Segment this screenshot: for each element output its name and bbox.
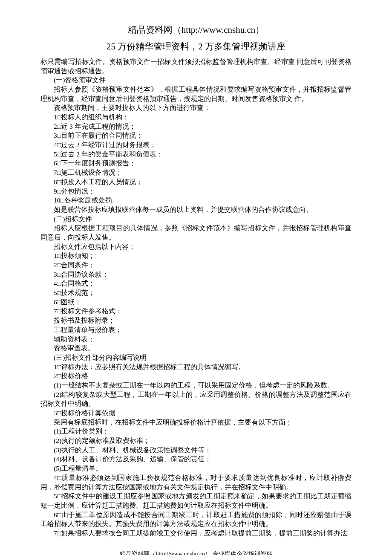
list-item: 辅助资料表； xyxy=(40,335,352,344)
paragraph: 招标人应根据工程项目的具体情况，参照《招标文件范本》编写招标文件，并报招标管理机… xyxy=(40,223,352,242)
list-item: 资格审查表。 xyxy=(40,344,352,353)
paragraph: 招标文件应包括以下内容； xyxy=(40,242,352,251)
paragraph: 如是联营体投标应填报联营体每一成员的以上资料，并提交联营体的合作协议或意向。 xyxy=(40,205,352,214)
section-title-1: (一)资格预审文件 xyxy=(40,75,352,85)
header-line-1: 精品资料网（http://www.cnshu.cn） xyxy=(40,23,352,37)
paragraph: (1)一般结构不太复杂或工期在一年以内的工程，可以采用固定价格，但考虑一定的风险… xyxy=(40,381,352,390)
list-item: 3□投标价格计算依据 xyxy=(40,408,352,418)
list-item: 6□由于施工单位原因造成不能按合同工期竣工时，计取赶工措施费的须扣除，同时还应赔… xyxy=(40,510,352,529)
list-item: 7□施工机械设备情况； xyxy=(40,168,352,177)
section-title-2: (二)招标文件 xyxy=(40,214,352,224)
list-item: 4□合同格式； xyxy=(40,279,352,288)
paragraph: (2)结构较复杂或大型工程，工期在一年以上的，应采用调整价格。价格的调整方法及调… xyxy=(40,390,352,408)
list-item: 工程量清单与报价表； xyxy=(40,325,352,335)
document-page: 精品资料网（http://www.cnshu.cn） 25 万份精华管理资料，2… xyxy=(0,0,392,555)
list-item: 1□投标人的组织与机构； xyxy=(40,113,352,122)
paragraph: 招标人参照《资格预审文件范本》，根据工程具体情况和要求编写资格预审文件，并报招标… xyxy=(40,85,352,103)
paragraph: (2)执行的定额标准及取费标准； xyxy=(40,436,352,445)
list-item: 8□拟投入本工程的人员情况； xyxy=(40,177,352,187)
list-item: 2□近 3 年完成工程的情况； xyxy=(40,122,352,131)
list-item: 投标书及投标附录； xyxy=(40,316,352,325)
paragraph: (4)材料、设备计价方法及采购、运输、保管的责任； xyxy=(40,454,352,464)
list-item: 6□下一年度财务预测报告； xyxy=(40,159,352,168)
list-item: 7□如果招标人要求按合同工期提前竣工交付使用，应考虑计取提前工期奖，提前工期奖的… xyxy=(40,529,352,538)
list-item: 2□投标价格 xyxy=(40,371,352,381)
list-item: 9□分包情况； xyxy=(40,187,352,196)
list-item: 3□目前正在履行的合同情况； xyxy=(40,131,352,140)
paragraph: 采用有标底招标时，在招标文件中应明确投标价格计算依据，主要有以下方面； xyxy=(40,418,352,427)
list-item: 6□图纸； xyxy=(40,298,352,307)
list-item: 4□过去 2 年经审计过的财务报表； xyxy=(40,140,352,150)
paragraph: 资格预审期间，主要对投标人的以下方面进行审查； xyxy=(40,103,352,113)
list-item: 2□合同条件； xyxy=(40,260,352,270)
list-item: 5□过去 2 年的资金平衡表和负债表； xyxy=(40,150,352,159)
paragraph: (5)工程量清单。 xyxy=(40,464,352,473)
paragraph: (1)工程计价类别； xyxy=(40,427,352,436)
footer-text: 精品资料网（http://www.cnshu.cn） 专业提供企管培训资料 xyxy=(40,550,352,555)
list-item: 7□投标文件参考格式； xyxy=(40,306,352,316)
list-item: 5□技术规范； xyxy=(40,288,352,298)
paragraph: 标只需编写招标文件。资格预审文件一招标文件须报招标监督管理机构审查、经审查 同意… xyxy=(40,57,352,75)
list-item: 1□评标办法：应参照有关法规并根据招标工程的具体情况编写。 xyxy=(40,362,352,372)
list-item: 1□投标须知； xyxy=(40,251,352,260)
list-item: 3□合同协议条款； xyxy=(40,270,352,279)
document-body: 标只需编写招标文件。资格预审文件一招标文件须报招标监督管理机构审查、经审查 同意… xyxy=(40,57,352,538)
list-item: 10□各种奖励或处罚。 xyxy=(40,196,352,205)
list-item: 5□招标文件中的建设工期应参照国家或地方颁发的工期定额来确定，如果要求的工期比工… xyxy=(40,491,352,510)
paragraph: (3)执行的人工、材料、机械设备政策性调整文件等； xyxy=(40,445,352,455)
header-line-2: 25 万份精华管理资料，2 万多集管理视频讲座 xyxy=(40,40,352,53)
list-item: 4□质量标准必须达到国家施工验收规范合格标准，对于要求质量达到优良标准时，应计取… xyxy=(40,473,352,491)
section-title-3: (三)招标文件部分内容编写说明 xyxy=(40,353,352,362)
